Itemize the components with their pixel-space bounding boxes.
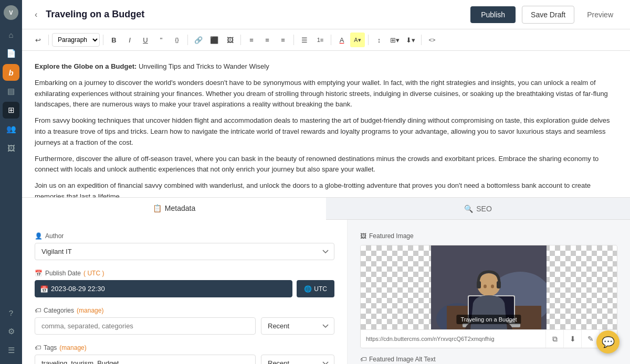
meta-right: 🖼 Featured Image <box>348 220 630 364</box>
editor-area[interactable]: Explore the Globe on a Budget: Unveiling… <box>22 51 630 198</box>
image-icon[interactable]: 🖼 <box>3 140 19 156</box>
categories-manage-link[interactable]: manage <box>79 307 101 314</box>
tab-seo[interactable]: 🔍 SEO <box>326 198 630 220</box>
seo-tab-label: SEO <box>476 205 492 213</box>
image-container: Traveling on a Budget ⧉ ⬇ ✎ ✕ <box>360 245 617 348</box>
tags-sort-select[interactable]: Recent All Popular <box>261 355 334 364</box>
align-left-button[interactable]: ≡ <box>244 33 259 47</box>
html-button[interactable]: <> <box>425 33 439 47</box>
undo-button[interactable]: ↩ <box>30 33 45 47</box>
brand-icon[interactable]: b <box>3 64 19 81</box>
tags-input[interactable] <box>35 355 256 364</box>
author-select[interactable]: Vigilant IT <box>35 243 334 260</box>
alt-text-label: 🏷 Featured Image Alt Text <box>360 356 617 363</box>
toolbar-separator <box>293 35 294 45</box>
toolbar-separator <box>48 35 49 45</box>
page-title: Traveling on a Budget <box>46 9 464 20</box>
align-right-button[interactable]: ≡ <box>276 33 290 47</box>
export-button[interactable]: ⬇▾ <box>403 33 418 47</box>
image-copy-button[interactable]: ⧉ <box>545 330 563 348</box>
avatar: V <box>4 5 18 20</box>
cal-icon: 📅 <box>40 285 48 293</box>
tabs: 📋 Metadata 🔍 SEO <box>22 198 630 220</box>
date-input[interactable] <box>35 280 292 297</box>
image-download-button[interactable]: ⬇ <box>563 330 581 348</box>
document-icon[interactable]: 📄 <box>3 45 19 62</box>
toolbar-separator <box>187 35 188 45</box>
svg-rect-9 <box>477 281 481 288</box>
categories-label: 🏷 Categories (manage) <box>35 307 334 314</box>
media-button[interactable]: ⬛ <box>207 33 222 47</box>
image-caption: Traveling on a Budget <box>456 315 521 324</box>
tags-manage-link[interactable]: manage <box>61 344 84 351</box>
alt-text-icon: 🏷 <box>360 356 366 363</box>
bold-button[interactable]: B <box>107 33 121 47</box>
align-center-button[interactable]: ≡ <box>260 33 275 47</box>
italic-button[interactable]: I <box>122 33 137 47</box>
publish-button[interactable]: Publish <box>470 6 516 23</box>
save-draft-button[interactable]: Save Draft <box>522 6 574 24</box>
users-icon[interactable]: 👥 <box>3 121 19 137</box>
list-ol-button[interactable]: 1≡ <box>313 33 328 47</box>
author-label: 👤 Author <box>35 232 334 240</box>
categories-sort-select[interactable]: Recent All Popular <box>261 317 334 335</box>
metadata-tab-label: Metadata <box>165 204 195 212</box>
date-input-wrap: 📅 <box>35 280 292 297</box>
image-overlay: Traveling on a Budget <box>431 245 547 329</box>
tag-icon: 🏷 <box>35 307 41 314</box>
highlight-button[interactable]: A▾ <box>350 33 365 47</box>
tab-metadata[interactable]: 📋 Metadata <box>22 198 326 220</box>
toolbar-separator <box>368 35 369 45</box>
categories-input[interactable] <box>35 317 256 335</box>
author-field-group: 👤 Author Vigilant IT <box>35 232 334 260</box>
featured-image-icon: 🖼 <box>360 232 366 240</box>
menu-icon[interactable]: ☰ <box>3 342 19 359</box>
editor-toolbar: ↩ Paragraph Heading 1 Heading 2 Heading … <box>22 29 630 51</box>
editor-heading-rest: Unveiling Tips and Tricks to Wander Wise… <box>136 62 269 70</box>
tags-icon: 🏷 <box>35 344 41 351</box>
tags-row: Recent All Popular <box>35 355 334 364</box>
link-button[interactable]: 🔗 <box>191 33 206 47</box>
image-button[interactable]: 🖼 <box>223 33 237 47</box>
sidebar: V ⌂ 📄 b ▤ ⊞ 👥 🖼 ? ⚙ ☰ <box>0 0 22 364</box>
meta-panel: 👤 Author Vigilant IT 📅 Publish Date ( UT… <box>22 220 630 364</box>
home-icon[interactable]: ⌂ <box>3 26 19 43</box>
layers-icon[interactable]: ▤ <box>3 83 19 100</box>
image-url-bar: ⧉ ⬇ ✎ ✕ <box>361 329 617 348</box>
image-url-input[interactable] <box>361 332 545 346</box>
publish-date-label: 📅 Publish Date ( UTC ) <box>35 270 334 277</box>
preview-button[interactable]: Preview <box>581 6 620 23</box>
categories-field-group: 🏷 Categories (manage) Recent All Popular <box>35 307 334 335</box>
toolbar-separator <box>240 35 241 45</box>
grid-icon[interactable]: ⊞ <box>3 102 19 119</box>
content-wrapper: 📋 Metadata 🔍 SEO 👤 Author Vigilant <box>22 198 630 364</box>
back-button[interactable]: ‹ <box>33 8 39 22</box>
paragraph-select[interactable]: Paragraph Heading 1 Heading 2 Heading 3 <box>52 33 100 47</box>
help-icon[interactable]: ? <box>3 304 19 321</box>
toolbar-separator <box>331 35 331 45</box>
header: ‹ Traveling on a Budget Publish Save Dra… <box>22 0 630 29</box>
underline-button[interactable]: U <box>138 33 153 47</box>
main-content: ‹ Traveling on a Budget Publish Save Dra… <box>22 0 630 364</box>
toolbar-separator <box>421 35 422 45</box>
code-button[interactable]: {} <box>170 33 184 47</box>
date-row: 📅 🌐 UTC <box>35 280 334 297</box>
featured-image-label: 🖼 Featured Image <box>360 232 617 240</box>
globe-icon: 🌐 <box>304 285 312 293</box>
meta-left: 👤 Author Vigilant IT 📅 Publish Date ( UT… <box>22 220 348 364</box>
line-height-button[interactable]: ↕ <box>372 33 386 47</box>
font-color-button[interactable]: A <box>334 33 349 47</box>
utc-button[interactable]: 🌐 UTC <box>297 280 334 297</box>
chat-bubble[interactable]: 💬 <box>596 330 620 354</box>
tags-label: 🏷 Tags (manage) <box>35 344 334 351</box>
chat-icon: 💬 <box>602 336 615 348</box>
table-button[interactable]: ⊞▾ <box>387 33 402 47</box>
tags-field-group: 🏷 Tags (manage) Recent All Popular <box>35 344 334 364</box>
tags-select-wrap: Recent All Popular <box>261 355 334 364</box>
list-ul-button[interactable]: ☰ <box>297 33 312 47</box>
editor-paragraph-2: From savvy booking techniques that uncov… <box>35 115 617 148</box>
settings-icon[interactable]: ⚙ <box>3 323 19 340</box>
blockquote-button[interactable]: " <box>154 33 169 47</box>
editor-content[interactable]: Explore the Globe on a Budget: Unveiling… <box>35 61 617 198</box>
utc-label: ( UTC ) <box>83 270 104 277</box>
